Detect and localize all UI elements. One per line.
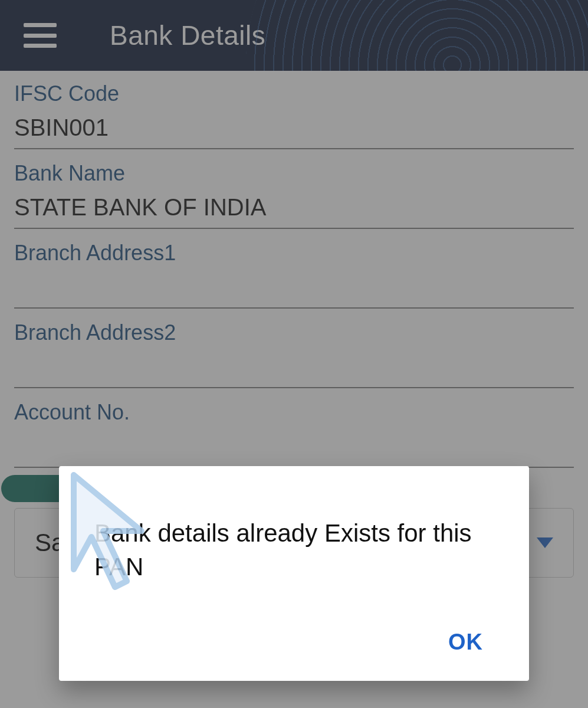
bank-name-input[interactable] [14,189,574,229]
account-no-label: Account No. [14,400,574,425]
page-title: Bank Details [110,19,265,51]
bank-name-group: Bank Name [14,161,574,229]
ok-button[interactable]: OK [438,625,494,660]
branch2-label: Branch Address2 [14,320,574,345]
hamburger-icon[interactable] [24,23,57,48]
branch2-input[interactable] [14,349,574,388]
chevron-down-icon [537,537,553,548]
ifsc-label: IFSC Code [14,81,574,106]
app-header: Bank Details [0,0,588,71]
ifsc-group: IFSC Code [14,81,574,149]
branch1-label: Branch Address1 [14,241,574,266]
branch1-group: Branch Address1 [14,241,574,309]
bank-name-label: Bank Name [14,161,574,186]
alert-dialog: Bank details already Exists for this PAN… [59,466,529,681]
account-no-input[interactable] [14,428,574,468]
ifsc-input[interactable] [14,110,574,149]
branch1-input[interactable] [14,269,574,309]
alert-actions: OK [94,625,494,660]
account-no-group: Account No. [14,400,574,468]
branch2-group: Branch Address2 [14,320,574,388]
alert-message: Bank details already Exists for this PAN [94,517,494,584]
